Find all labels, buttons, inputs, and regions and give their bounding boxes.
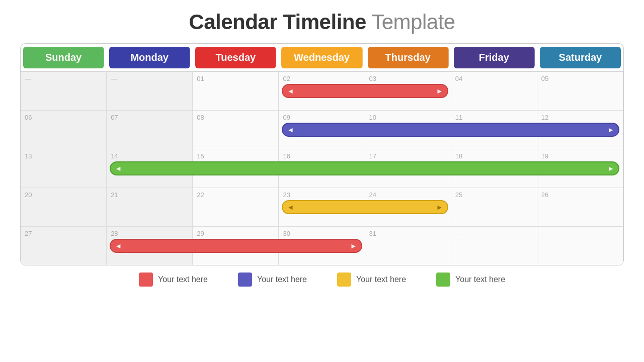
gantt-bar-blue-week2: ◄ ►: [282, 123, 619, 137]
days-header: Sunday Monday Tuesday Wednesday Thursday…: [21, 44, 623, 72]
cell-w4-sat: 26: [537, 188, 623, 226]
legend-color-yellow: [337, 273, 351, 287]
cell-w2-sun: 06: [21, 111, 107, 149]
header-friday: Friday: [454, 47, 535, 68]
legend-label-red: Your text here: [158, 275, 208, 284]
cell-w4-fri: 25: [451, 188, 537, 226]
legend-label-yellow: Your text here: [356, 275, 406, 284]
weeks-grid: — — 01 02 03 04 05 ◄ ► 06 07 08 09 10 11…: [21, 72, 623, 265]
header-sunday: Sunday: [23, 47, 104, 68]
cell-w1-sat: 05: [537, 72, 623, 110]
legend-label-blue: Your text here: [257, 275, 307, 284]
cell-w5-sat: —: [537, 227, 623, 265]
legend-item-green: Your text here: [436, 273, 505, 287]
legend-color-red: [139, 273, 153, 287]
cell-w5-sun: 27: [21, 227, 107, 265]
cell-w3-sun: 13: [21, 149, 107, 188]
legend-label-green: Your text here: [455, 275, 505, 284]
cell-w4-tue: 22: [193, 188, 279, 226]
cell-w4-sun: 20: [21, 188, 107, 226]
header-wednesday: Wednesday: [281, 47, 362, 68]
legend-color-green: [436, 273, 450, 287]
cell-w1-mon: —: [107, 72, 193, 110]
week-row-1: — — 01 02 03 04 05 ◄ ►: [21, 72, 623, 111]
legend-item-blue: Your text here: [238, 273, 307, 287]
page-title: Calendar Timeline Template: [189, 10, 455, 34]
week-row-4: 20 21 22 23 24 25 26 ◄ ►: [21, 188, 623, 227]
gantt-bar-green-week3: ◄ ►: [110, 161, 619, 175]
legend-item-yellow: Your text here: [337, 273, 406, 287]
header-thursday: Thursday: [368, 47, 449, 68]
legend: Your text here Your text here Your text …: [139, 273, 505, 287]
cell-w2-mon: 07: [107, 111, 193, 149]
legend-item-red: Your text here: [139, 273, 208, 287]
gantt-bar-red-week5: ◄ ►: [110, 239, 362, 253]
week-row-5: 27 28 29 30 31 — — ◄ ►: [21, 227, 623, 265]
header-tuesday: Tuesday: [195, 47, 276, 68]
gantt-bar-red-week1: ◄ ►: [282, 84, 448, 98]
week-row-3: 13 14 15 16 17 18 19 ◄ ►: [21, 149, 623, 188]
cell-w1-tue: 01: [193, 72, 279, 110]
title-light: Template: [366, 10, 455, 34]
cell-w2-tue: 08: [193, 111, 279, 149]
cell-w5-thu: 31: [365, 227, 451, 265]
cell-w1-sun: —: [21, 72, 107, 110]
cell-w5-fri: —: [451, 227, 537, 265]
header-monday: Monday: [109, 47, 190, 68]
cell-w1-fri: 04: [451, 72, 537, 110]
calendar-container: Sunday Monday Tuesday Wednesday Thursday…: [20, 43, 624, 265]
cell-w4-mon: 21: [107, 188, 193, 226]
title-bold: Calendar Timeline: [189, 10, 366, 34]
week-row-2: 06 07 08 09 10 11 12 ◄ ►: [21, 111, 623, 149]
legend-color-blue: [238, 273, 252, 287]
header-saturday: Saturday: [540, 47, 621, 68]
gantt-bar-yellow-week4: ◄ ►: [282, 200, 448, 214]
